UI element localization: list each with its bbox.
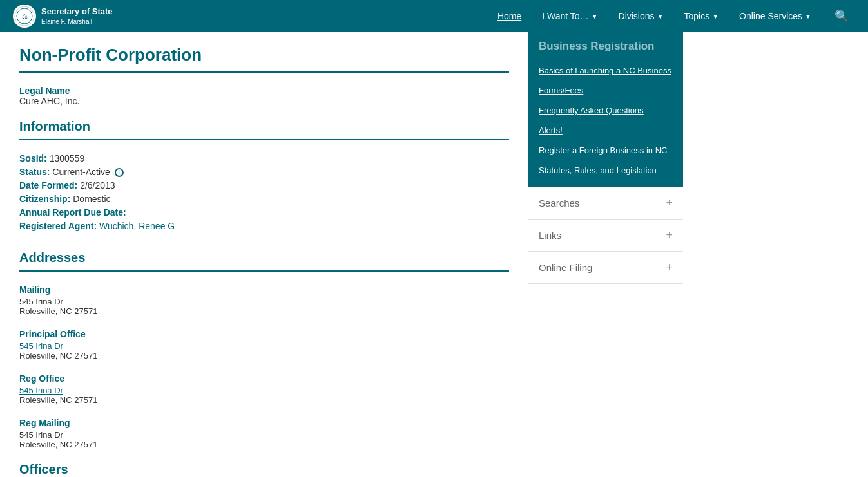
sosid-value: 1300559 (50, 153, 85, 164)
nav-dropdown-arrow: ▼ (805, 13, 811, 20)
sidebar-item-forms[interactable]: Forms/Fees (528, 80, 683, 100)
accordion-online-filing-header[interactable]: Online Filing + (528, 252, 683, 283)
nav-divisions[interactable]: Divisions ▼ (608, 0, 674, 32)
date-formed-value: 2/6/2013 (80, 180, 115, 191)
accordion-searches-label: Searches (539, 198, 579, 209)
address-reg-office: Reg Office 545 Irina Dr Rolesville, NC 2… (19, 373, 509, 405)
sidebar: Business Registration Basics of Launchin… (528, 32, 683, 477)
citizenship-value: Domestic (73, 194, 110, 204)
accordion-online-filing-plus: + (666, 261, 673, 274)
brand-title: Secretary of State (41, 6, 113, 17)
sidebar-item-basics[interactable]: Basics of Launching a NC Business (528, 61, 683, 80)
accordion-online-filing-label: Online Filing (539, 262, 592, 273)
sidebar-accordion: Searches + Links + Online Filing + (528, 187, 683, 284)
sosid-label: SosId: (19, 153, 47, 164)
brand-logo[interactable]: ⚖ Secretary of State Elaine F. Marshall (13, 5, 142, 28)
accordion-links-label: Links (539, 230, 561, 241)
brand-subtitle: Elaine F. Marshall (41, 17, 113, 26)
address-mailing-line1: 545 Irina Dr (19, 297, 509, 306)
address-principal: Principal Office 545 Irina Dr Rolesville… (19, 329, 509, 360)
address-principal-label: Principal Office (19, 329, 509, 339)
sidebar-top: Business Registration (528, 32, 683, 61)
addresses-divider (19, 270, 509, 272)
address-reg-mailing-line1: 545 Irina Dr (19, 430, 509, 440)
page-container: Non-Profit Corporation Legal Name Cure A… (0, 32, 868, 477)
address-principal-line2: Rolesville, NC 27571 (19, 351, 509, 360)
date-formed-row: Date Formed: 2/6/2013 (19, 180, 509, 191)
address-reg-office-line2: Rolesville, NC 27571 (19, 395, 509, 405)
sidebar-item-foreign-biz[interactable]: Register a Foreign Business in NC (528, 140, 683, 160)
main-content: Non-Profit Corporation Legal Name Cure A… (0, 32, 528, 477)
svg-text:⚖: ⚖ (22, 13, 28, 20)
status-row: Status: Current-Active i (19, 167, 509, 177)
information-title: Information (19, 119, 509, 134)
citizenship-row: Citizenship: Domestic (19, 194, 509, 204)
address-reg-mailing: Reg Mailing 545 Irina Dr Rolesville, NC … (19, 418, 509, 449)
accordion-links-plus: + (666, 229, 673, 242)
navbar: ⚖ Secretary of State Elaine F. Marshall … (0, 0, 868, 32)
accordion-links: Links + (528, 220, 683, 252)
address-mailing-label: Mailing (19, 285, 509, 295)
officers-title: Officers (19, 462, 509, 477)
address-mailing: Mailing 545 Irina Dr Rolesville, NC 2757… (19, 285, 509, 316)
nav-online-services[interactable]: Online Services ▼ (729, 0, 822, 32)
accordion-searches-plus: + (666, 196, 673, 210)
address-reg-office-label: Reg Office (19, 373, 509, 384)
address-reg-mailing-label: Reg Mailing (19, 418, 509, 428)
legal-name-value: Cure AHC, Inc. (19, 96, 509, 106)
registered-agent-link[interactable]: Wuchich, Renee G (99, 221, 175, 231)
page-title: Non-Profit Corporation (19, 45, 509, 65)
title-divider (19, 71, 509, 73)
nav-home[interactable]: Home (487, 0, 532, 32)
nav-dropdown-arrow: ▼ (657, 13, 664, 20)
status-value: Current-Active (52, 167, 110, 177)
sidebar-top-title: Business Registration (539, 40, 673, 53)
sosid-row: SosId: 1300559 (19, 153, 509, 164)
date-formed-label: Date Formed: (19, 180, 77, 191)
info-divider (19, 139, 509, 140)
sidebar-item-alerts[interactable]: Alerts! (528, 120, 683, 140)
seal-icon: ⚖ (13, 5, 36, 28)
annual-report-row: Annual Report Due Date: (19, 207, 509, 218)
accordion-searches: Searches + (528, 187, 683, 220)
address-principal-line1[interactable]: 545 Irina Dr (19, 341, 509, 351)
annual-report-label: Annual Report Due Date: (19, 207, 126, 218)
accordion-online-filing: Online Filing + (528, 252, 683, 284)
legal-name-label: Legal Name (19, 86, 509, 96)
search-icon[interactable]: 🔍 (828, 9, 855, 23)
status-label: Status: (19, 167, 50, 177)
nav-i-want-to[interactable]: I Want To… ▼ (532, 0, 608, 32)
registered-agent-row: Registered Agent: Wuchich, Renee G (19, 221, 509, 231)
accordion-searches-header[interactable]: Searches + (528, 187, 683, 219)
nav-dropdown-arrow: ▼ (592, 13, 598, 20)
address-reg-office-line1[interactable]: 545 Irina Dr (19, 386, 509, 395)
legal-name-block: Legal Name Cure AHC, Inc. (19, 86, 509, 106)
info-fields: SosId: 1300559 Status: Current-Active i … (19, 153, 509, 231)
citizenship-label: Citizenship: (19, 194, 70, 204)
address-reg-mailing-line2: Rolesville, NC 27571 (19, 440, 509, 449)
nav-topics[interactable]: Topics ▼ (673, 0, 729, 32)
nav-links: Home I Want To… ▼ Divisions ▼ Topics ▼ O… (487, 0, 855, 32)
nav-dropdown-arrow: ▼ (712, 13, 719, 20)
addresses-title: Addresses (19, 250, 509, 265)
status-info-icon[interactable]: i (115, 168, 124, 177)
accordion-links-header[interactable]: Links + (528, 220, 683, 251)
sidebar-item-statutes[interactable]: Statutes, Rules, and Legislation (528, 160, 683, 180)
sidebar-item-faq[interactable]: Frequently Asked Questions (528, 100, 683, 120)
address-mailing-line2: Rolesville, NC 27571 (19, 306, 509, 316)
addresses-list: Mailing 545 Irina Dr Rolesville, NC 2757… (19, 285, 509, 449)
sidebar-menu: Basics of Launching a NC Business Forms/… (528, 61, 683, 187)
registered-agent-label: Registered Agent: (19, 221, 97, 231)
